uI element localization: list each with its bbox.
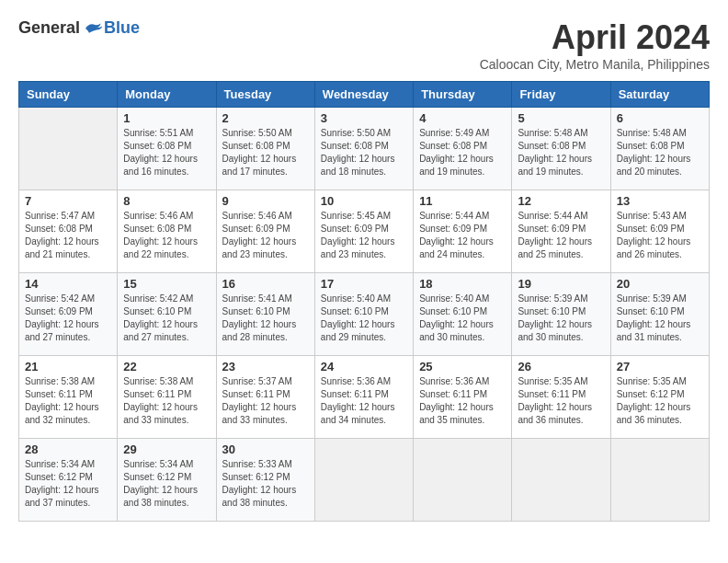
- day-number: 3: [321, 111, 407, 125]
- calendar-day-cell: 12Sunrise: 5:44 AMSunset: 6:09 PMDayligh…: [512, 190, 610, 273]
- day-info: Sunrise: 5:36 AMSunset: 6:11 PMDaylight:…: [321, 375, 407, 427]
- day-number: 4: [419, 111, 506, 125]
- calendar-day-cell: 21Sunrise: 5:38 AMSunset: 6:11 PMDayligh…: [19, 356, 118, 439]
- calendar-day-cell: 5Sunrise: 5:48 AMSunset: 6:08 PMDaylight…: [512, 108, 610, 190]
- calendar-header-row: SundayMondayTuesdayWednesdayThursdayFrid…: [19, 82, 710, 108]
- day-info: Sunrise: 5:44 AMSunset: 6:09 PMDaylight:…: [518, 210, 604, 261]
- title-section: April 2024 Caloocan City, Metro Manila, …: [480, 18, 710, 72]
- calendar-day-cell: 28Sunrise: 5:34 AMSunset: 6:12 PMDayligh…: [19, 439, 118, 522]
- calendar-week-row: 28Sunrise: 5:34 AMSunset: 6:12 PMDayligh…: [19, 439, 710, 522]
- day-info: Sunrise: 5:44 AMSunset: 6:09 PMDaylight:…: [419, 210, 506, 261]
- day-number: 28: [25, 442, 111, 456]
- day-info: Sunrise: 5:36 AMSunset: 6:11 PMDaylight:…: [419, 375, 506, 427]
- day-number: 23: [222, 360, 309, 373]
- day-number: 30: [222, 442, 309, 456]
- day-of-week-header: Saturday: [610, 82, 709, 108]
- calendar-day-cell: [414, 439, 512, 522]
- calendar-day-cell: 27Sunrise: 5:35 AMSunset: 6:12 PMDayligh…: [610, 356, 709, 439]
- day-info: Sunrise: 5:38 AMSunset: 6:11 PMDaylight:…: [123, 375, 210, 427]
- day-number: 12: [518, 194, 604, 208]
- day-number: 7: [25, 194, 111, 208]
- calendar-day-cell: [19, 108, 118, 190]
- day-number: 17: [321, 277, 407, 291]
- day-info: Sunrise: 5:39 AMSunset: 6:10 PMDaylight:…: [518, 293, 604, 344]
- logo-bird-icon: [82, 19, 104, 38]
- day-number: 29: [123, 442, 210, 456]
- day-info: Sunrise: 5:42 AMSunset: 6:10 PMDaylight:…: [123, 293, 210, 344]
- calendar-day-cell: [512, 439, 610, 522]
- calendar-day-cell: 8Sunrise: 5:46 AMSunset: 6:08 PMDaylight…: [118, 190, 216, 273]
- day-info: Sunrise: 5:50 AMSunset: 6:08 PMDaylight:…: [321, 127, 407, 178]
- day-number: 25: [419, 360, 506, 373]
- day-number: 21: [25, 360, 111, 373]
- day-number: 16: [222, 277, 309, 291]
- calendar-week-row: 1Sunrise: 5:51 AMSunset: 6:08 PMDaylight…: [19, 108, 710, 190]
- calendar-day-cell: [314, 439, 413, 522]
- day-info: Sunrise: 5:40 AMSunset: 6:10 PMDaylight:…: [321, 293, 407, 344]
- calendar-day-cell: 11Sunrise: 5:44 AMSunset: 6:09 PMDayligh…: [414, 190, 512, 273]
- calendar-day-cell: 30Sunrise: 5:33 AMSunset: 6:12 PMDayligh…: [216, 439, 314, 522]
- day-number: 10: [321, 194, 407, 208]
- calendar-day-cell: 15Sunrise: 5:42 AMSunset: 6:10 PMDayligh…: [118, 273, 216, 356]
- day-info: Sunrise: 5:51 AMSunset: 6:08 PMDaylight:…: [123, 127, 210, 178]
- calendar-day-cell: [610, 439, 709, 522]
- calendar-day-cell: 14Sunrise: 5:42 AMSunset: 6:09 PMDayligh…: [19, 273, 118, 356]
- calendar-day-cell: 18Sunrise: 5:40 AMSunset: 6:10 PMDayligh…: [414, 273, 512, 356]
- calendar-day-cell: 7Sunrise: 5:47 AMSunset: 6:08 PMDaylight…: [19, 190, 118, 273]
- day-number: 27: [617, 360, 703, 373]
- calendar-day-cell: 20Sunrise: 5:39 AMSunset: 6:10 PMDayligh…: [610, 273, 709, 356]
- day-number: 14: [25, 277, 111, 291]
- day-info: Sunrise: 5:39 AMSunset: 6:10 PMDaylight:…: [617, 293, 703, 344]
- day-info: Sunrise: 5:46 AMSunset: 6:09 PMDaylight:…: [222, 210, 309, 261]
- day-info: Sunrise: 5:34 AMSunset: 6:12 PMDaylight:…: [123, 458, 210, 510]
- calendar-day-cell: 26Sunrise: 5:35 AMSunset: 6:11 PMDayligh…: [512, 356, 610, 439]
- day-number: 22: [123, 360, 210, 373]
- day-number: 6: [617, 111, 703, 125]
- day-number: 20: [617, 277, 703, 291]
- calendar-day-cell: 24Sunrise: 5:36 AMSunset: 6:11 PMDayligh…: [314, 356, 413, 439]
- day-number: 19: [518, 277, 604, 291]
- day-info: Sunrise: 5:47 AMSunset: 6:08 PMDaylight:…: [25, 210, 111, 261]
- day-info: Sunrise: 5:35 AMSunset: 6:12 PMDaylight:…: [617, 375, 703, 427]
- day-number: 5: [518, 111, 604, 125]
- calendar-week-row: 21Sunrise: 5:38 AMSunset: 6:11 PMDayligh…: [19, 356, 710, 439]
- calendar-week-row: 14Sunrise: 5:42 AMSunset: 6:09 PMDayligh…: [19, 273, 710, 356]
- day-number: 1: [123, 111, 210, 125]
- location-text: Caloocan City, Metro Manila, Philippines: [480, 57, 710, 72]
- calendar-day-cell: 9Sunrise: 5:46 AMSunset: 6:09 PMDaylight…: [216, 190, 314, 273]
- day-info: Sunrise: 5:38 AMSunset: 6:11 PMDaylight:…: [25, 375, 111, 427]
- day-info: Sunrise: 5:49 AMSunset: 6:08 PMDaylight:…: [419, 127, 506, 178]
- day-info: Sunrise: 5:46 AMSunset: 6:08 PMDaylight:…: [123, 210, 210, 261]
- day-number: 26: [518, 360, 604, 373]
- calendar-day-cell: 4Sunrise: 5:49 AMSunset: 6:08 PMDaylight…: [414, 108, 512, 190]
- calendar-day-cell: 25Sunrise: 5:36 AMSunset: 6:11 PMDayligh…: [414, 356, 512, 439]
- calendar-table: SundayMondayTuesdayWednesdayThursdayFrid…: [18, 81, 710, 522]
- calendar-day-cell: 22Sunrise: 5:38 AMSunset: 6:11 PMDayligh…: [118, 356, 216, 439]
- calendar-day-cell: 17Sunrise: 5:40 AMSunset: 6:10 PMDayligh…: [314, 273, 413, 356]
- day-info: Sunrise: 5:37 AMSunset: 6:11 PMDaylight:…: [222, 375, 309, 427]
- calendar-day-cell: 13Sunrise: 5:43 AMSunset: 6:09 PMDayligh…: [610, 190, 709, 273]
- page-header: General Blue April 2024 Caloocan City, M…: [18, 18, 710, 72]
- day-info: Sunrise: 5:45 AMSunset: 6:09 PMDaylight:…: [321, 210, 407, 261]
- calendar-day-cell: 16Sunrise: 5:41 AMSunset: 6:10 PMDayligh…: [216, 273, 314, 356]
- day-of-week-header: Monday: [118, 82, 216, 108]
- calendar-day-cell: 23Sunrise: 5:37 AMSunset: 6:11 PMDayligh…: [216, 356, 314, 439]
- logo-blue-text: Blue: [104, 18, 140, 38]
- day-of-week-header: Thursday: [414, 82, 512, 108]
- day-info: Sunrise: 5:48 AMSunset: 6:08 PMDaylight:…: [617, 127, 703, 178]
- day-number: 8: [123, 194, 210, 208]
- day-number: 13: [617, 194, 703, 208]
- day-number: 9: [222, 194, 309, 208]
- logo: General Blue: [18, 18, 140, 38]
- day-info: Sunrise: 5:41 AMSunset: 6:10 PMDaylight:…: [222, 293, 309, 344]
- calendar-week-row: 7Sunrise: 5:47 AMSunset: 6:08 PMDaylight…: [19, 190, 710, 273]
- day-info: Sunrise: 5:50 AMSunset: 6:08 PMDaylight:…: [222, 127, 309, 178]
- calendar-day-cell: 2Sunrise: 5:50 AMSunset: 6:08 PMDaylight…: [216, 108, 314, 190]
- day-info: Sunrise: 5:42 AMSunset: 6:09 PMDaylight:…: [25, 293, 111, 344]
- day-of-week-header: Wednesday: [314, 82, 413, 108]
- day-info: Sunrise: 5:33 AMSunset: 6:12 PMDaylight:…: [222, 458, 309, 510]
- day-number: 24: [321, 360, 407, 373]
- day-info: Sunrise: 5:43 AMSunset: 6:09 PMDaylight:…: [617, 210, 703, 261]
- day-info: Sunrise: 5:40 AMSunset: 6:10 PMDaylight:…: [419, 293, 506, 344]
- calendar-day-cell: 6Sunrise: 5:48 AMSunset: 6:08 PMDaylight…: [610, 108, 709, 190]
